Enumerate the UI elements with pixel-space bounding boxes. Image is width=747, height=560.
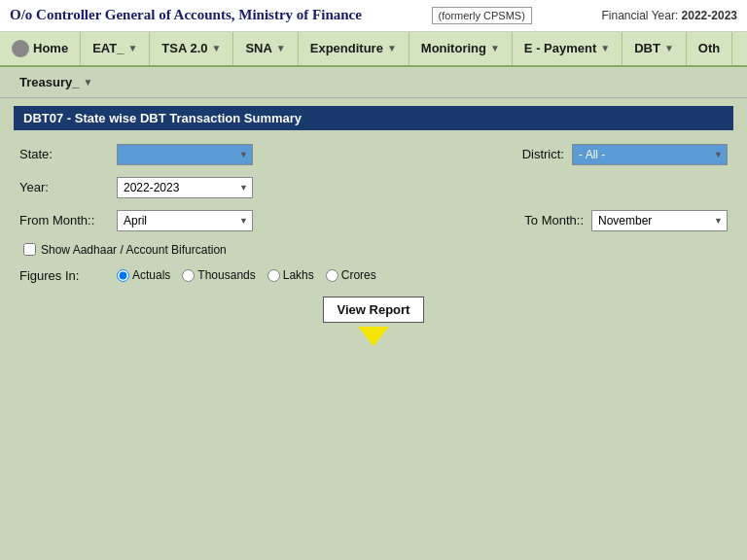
nav-tsa-label: TSA 2.0: [161, 41, 207, 55]
year-label: Year:: [19, 180, 117, 194]
district-label: District:: [496, 147, 564, 161]
radio-actuals-input[interactable]: [117, 269, 129, 282]
radio-actuals-label: Actuals: [132, 268, 170, 282]
figures-label: Figures In:: [19, 268, 117, 283]
financial-year-value: 2022-2023: [682, 9, 737, 22]
nav-tsa-arrow: ▼: [212, 43, 222, 53]
aadhaar-row: Show Aadhaar / Account Bifurcation: [21, 243, 728, 257]
sub-navbar: Treasury_ ▼: [0, 67, 747, 98]
section-title: DBT07 - State wise DBT Transaction Summa…: [14, 106, 733, 130]
financial-year: Financial Year: 2022-2023: [602, 9, 737, 22]
district-select[interactable]: - All -: [572, 144, 728, 165]
year-row: Year: 2022-2023 2021-2022 2020-2021: [19, 177, 728, 198]
from-month-select-wrapper: AprilMayJuneJuly AugustSeptemberOctober …: [117, 210, 253, 231]
radio-lakhs-label: Lakhs: [283, 268, 314, 282]
aadhaar-checkbox[interactable]: [23, 243, 36, 256]
top-header: O/o Controller General of Accounts, Mini…: [0, 0, 747, 32]
nav-sna[interactable]: SNA ▼: [233, 32, 298, 65]
org-title: O/o Controller General of Accounts, Mini…: [10, 6, 362, 25]
nav-epayment[interactable]: E - Payment ▼: [513, 32, 622, 65]
radio-crores-label: Crores: [341, 268, 376, 282]
nav-expenditure-label: Expenditure: [310, 41, 383, 55]
figures-radio-group: Actuals Thousands Lakhs Crores: [117, 268, 376, 282]
year-select-wrapper: 2022-2023 2021-2022 2020-2021: [117, 177, 253, 198]
nav-other[interactable]: Oth: [687, 32, 732, 65]
nav-expenditure-arrow: ▼: [387, 43, 397, 53]
state-district-row: State: District: - All -: [19, 144, 728, 165]
from-month-label: From Month::: [19, 213, 117, 228]
to-month-select[interactable]: AprilMayJuneJuly AugustSeptemberOctober …: [591, 210, 728, 231]
state-select-wrapper: [117, 144, 253, 165]
nav-monitoring-arrow: ▼: [490, 43, 500, 53]
nav-sna-label: SNA: [245, 41, 271, 55]
radio-lakhs[interactable]: Lakhs: [267, 268, 314, 282]
nav-monitoring[interactable]: Monitoring ▼: [409, 32, 513, 65]
nav-epayment-label: E - Payment: [524, 41, 596, 55]
view-report-button[interactable]: View Report: [323, 297, 425, 323]
radio-lakhs-input[interactable]: [267, 269, 280, 282]
nav-other-label: Oth: [698, 41, 720, 55]
nav-eat-label: EAT_: [92, 41, 124, 55]
nav-dbt-label: DBT: [634, 41, 660, 55]
nav-epayment-arrow: ▼: [600, 43, 610, 53]
nav-expenditure[interactable]: Expenditure ▼: [299, 32, 409, 65]
home-icon: [12, 40, 29, 57]
form-area: State: District: - All - Year: 2022-2023…: [14, 140, 733, 350]
nav-sna-arrow: ▼: [276, 43, 286, 53]
month-row: From Month:: AprilMayJuneJuly AugustSept…: [19, 210, 728, 231]
state-label: State:: [19, 147, 117, 161]
to-month-label: To Month::: [506, 213, 584, 228]
nav-eat-arrow: ▼: [127, 43, 137, 53]
content-area: DBT07 - State wise DBT Transaction Summa…: [0, 98, 747, 358]
main-navbar: Home EAT_ ▼ TSA 2.0 ▼ SNA ▼ Expenditure …: [0, 32, 747, 67]
nav-dbt-arrow: ▼: [664, 43, 674, 53]
nav-tsa[interactable]: TSA 2.0 ▼: [150, 32, 233, 65]
nav-home[interactable]: Home: [0, 32, 81, 65]
radio-actuals[interactable]: Actuals: [117, 268, 170, 282]
radio-thousands-input[interactable]: [182, 269, 195, 282]
aadhaar-label-text: Show Aadhaar / Account Bifurcation: [41, 243, 227, 257]
subnav-treasury[interactable]: Treasury_ ▼: [10, 71, 102, 93]
district-select-wrapper: - All -: [572, 144, 728, 165]
arrow-down-indicator: [358, 327, 389, 346]
formerly-badge: (formerly CPSMS): [432, 7, 532, 24]
radio-thousands[interactable]: Thousands: [182, 268, 255, 282]
subnav-treasury-label: Treasury_: [19, 75, 79, 89]
from-month-select[interactable]: AprilMayJuneJuly AugustSeptemberOctober …: [117, 210, 253, 231]
subnav-treasury-arrow: ▼: [83, 77, 92, 88]
to-month-select-wrapper: AprilMayJuneJuly AugustSeptemberOctober …: [591, 210, 728, 231]
year-select[interactable]: 2022-2023 2021-2022 2020-2021: [117, 177, 253, 198]
nav-home-label: Home: [33, 41, 68, 55]
nav-monitoring-label: Monitoring: [421, 41, 486, 55]
radio-crores[interactable]: Crores: [326, 268, 376, 282]
state-select[interactable]: [117, 144, 253, 165]
report-container: View Report: [19, 297, 728, 346]
financial-year-label: Financial Year:: [602, 9, 679, 22]
aadhaar-checkbox-label[interactable]: Show Aadhaar / Account Bifurcation: [23, 243, 227, 257]
figures-row: Figures In: Actuals Thousands Lakhs Cror…: [19, 268, 728, 283]
radio-thousands-label: Thousands: [197, 268, 255, 282]
radio-crores-input[interactable]: [326, 269, 338, 282]
nav-eat[interactable]: EAT_ ▼: [81, 32, 150, 65]
nav-dbt[interactable]: DBT ▼: [622, 32, 687, 65]
